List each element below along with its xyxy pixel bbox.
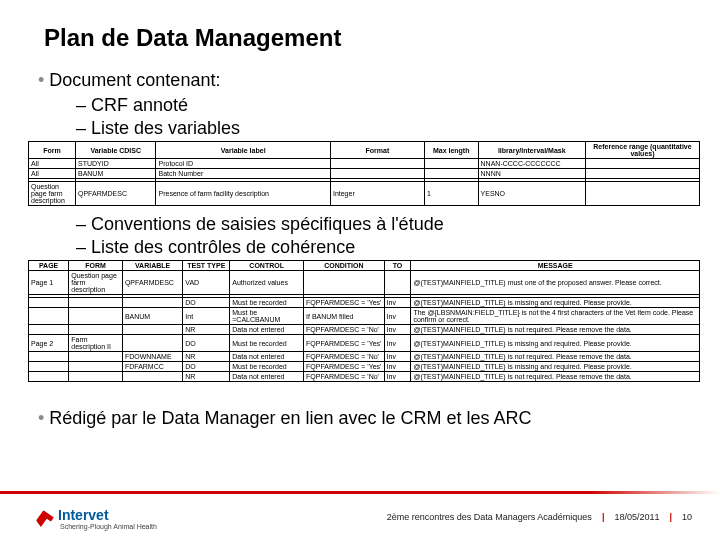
logo-subtitle: Schering-Plough Animal Health [60,523,157,530]
t2-h-form: FORM [69,261,123,271]
t2-h-type: TEST TYPE [183,261,230,271]
t2-h-message: MESSAGE [411,261,700,271]
separator-icon: | [602,512,605,522]
slide-title: Plan de Data Management [44,24,684,52]
bullet-liste-variables: Liste des variables [76,118,684,139]
bullet-controles: Liste des contrôles de cohérence [76,237,684,258]
footer: Intervet Schering-Plough Animal Health 2… [36,482,692,530]
t1-h-refrange: Reference range (quantitative values) [585,142,699,159]
slide: Plan de Data Management Document contena… [0,0,720,540]
table-row: DOMust be recordedFQPFARMDESC = 'Yes'Inv… [29,298,700,308]
table-row: FDFARMCCDOMust be recordedFQPFARMDESC = … [29,362,700,372]
separator-icon: | [669,512,672,522]
table-row: Question page farm description QPFARMDES… [29,182,700,206]
t1-h-library: library/Interval/Mask [478,142,585,159]
t1-h-label: Variable label [156,142,330,159]
t2-h-control: CONTROL [230,261,304,271]
footer-text: 2ème rencontres des Data Managers Académ… [387,512,692,522]
t1-h-form: Form [29,142,76,159]
bullet-redige: Rédigé par le Data Manager en lien avec … [36,408,684,429]
t2-h-to: TO [384,261,411,271]
logo-name: Intervet [58,507,157,523]
logo: Intervet Schering-Plough Animal Health [36,507,157,530]
footer-page: 10 [682,512,692,522]
intervet-logo-icon [35,508,56,529]
t2-h-page: PAGE [29,261,69,271]
table-row: NRData not enteredFQPFARMDESC = 'No'Inv@… [29,372,700,382]
table-row: BANUMIntMust be =CALCBANUMIf BANUM fille… [29,308,700,325]
footer-event: 2ème rencontres des Data Managers Académ… [387,512,592,522]
controls-table: PAGE FORM VARIABLE TEST TYPE CONTROL CON… [28,260,700,382]
bullet-crf: CRF annoté [76,95,684,116]
controls-table-wrap: PAGE FORM VARIABLE TEST TYPE CONTROL CON… [28,260,700,382]
t2-h-variable: VARIABLE [122,261,182,271]
table-row: FDOWNNAMENRData not enteredFQPFARMDESC =… [29,352,700,362]
t2-h-condition: CONDITION [304,261,385,271]
bullet-doc-contains: Document contenant: [36,70,684,91]
variables-table: Form Variable CDISC Variable label Forma… [28,141,700,206]
table-row: All STUDYID Protocol ID NNAN-CCCC-CCCCCC… [29,159,700,169]
t1-h-maxlen: Max length [424,142,478,159]
variables-table-wrap: Form Variable CDISC Variable label Forma… [28,141,700,206]
table-row: Page 1Question page farm descriptionQPFA… [29,271,700,295]
t1-h-format: Format [330,142,424,159]
table-row: NRData not enteredFQPFARMDESC = 'No'Inv@… [29,325,700,335]
t1-h-variable: Variable CDISC [75,142,156,159]
bullet-conventions: Conventions de saisies spécifiques à l'é… [76,214,684,235]
footer-date: 18/05/2011 [614,512,659,522]
table-row: Page 2Farm description IIDOMust be recor… [29,335,700,352]
table-row: All BANUM Batch Number NNNN [29,169,700,179]
